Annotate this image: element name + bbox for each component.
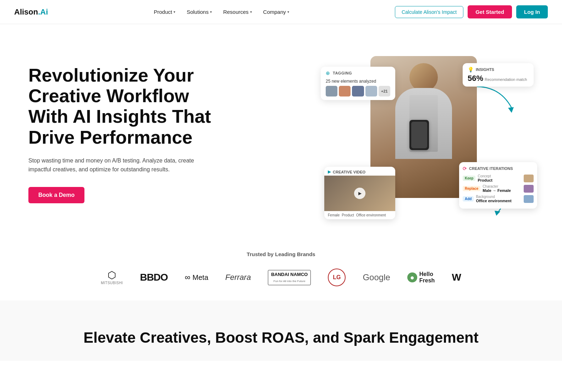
video-tag-product: Product (342, 213, 354, 217)
replace-thumb (524, 185, 534, 193)
book-demo-button[interactable]: Book a Demo (28, 187, 84, 203)
video-icon: ▶ (328, 170, 331, 174)
logo-dot: .Ai (38, 7, 48, 17)
hero-subtitle: Stop wasting time and money on A/B testi… (28, 156, 199, 174)
nav-link-product[interactable]: Product ▾ (154, 9, 175, 15)
brand-w: W (452, 272, 461, 283)
insights-percentage: 56% (468, 74, 483, 83)
thumb-4 (365, 86, 377, 96)
logo-text: Alison (14, 7, 38, 17)
chevron-down-icon: ▾ (250, 10, 252, 14)
replace-value: Male → Female (483, 188, 522, 193)
replace-character-label: Character (483, 184, 522, 188)
video-thumbnail: ▶ (324, 176, 395, 211)
get-started-button[interactable]: Get Started (468, 5, 512, 18)
video-tags: Female Product Office environment (324, 211, 395, 219)
tagging-card: ⊕ TAGGING 25 new elements analyzed +21 (321, 67, 395, 100)
keep-concept-label: Concept (478, 174, 522, 178)
iterations-label: CREATIVE ITERATIONS (469, 166, 513, 171)
brand-google: Google (363, 272, 390, 282)
video-card-label: CREATIVE VIDEO (333, 170, 365, 174)
hero-left: Revolutionize Your Creative Workflow Wit… (28, 65, 213, 203)
brand-lg: LG (328, 269, 346, 286)
creative-video-card: ▶ CREATIVE VIDEO ▶ Female Product Office… (324, 167, 395, 219)
tagging-thumbs: +21 (326, 86, 390, 96)
chevron-down-icon: ▾ (210, 10, 212, 14)
replace-badge: Replace (463, 186, 480, 191)
add-badge: Add (463, 196, 474, 201)
add-value: Office environment (476, 199, 522, 203)
thumb-1 (326, 86, 337, 96)
brands-title: Trusted by Leading Brands (28, 251, 534, 257)
keep-thumb (524, 175, 534, 182)
tagging-count: 25 new elements analyzed (326, 79, 390, 84)
thumb-more: +21 (379, 86, 390, 96)
brand-hellofresh: ● HelloFresh (407, 271, 435, 283)
brand-mitsubishi: ⬡ MITSUBISHI (101, 270, 123, 285)
insights-subtext: Recommendation match (485, 77, 527, 82)
iter-row-keep: Keep Concept Product (463, 174, 534, 182)
nav-actions: Calculate Alison's Impact Get Started Lo… (395, 5, 548, 18)
insights-label: INSIGHTS (476, 67, 494, 72)
nav-link-solutions[interactable]: Solutions ▾ (187, 9, 212, 15)
svg-marker-3 (495, 211, 500, 216)
hero-title: Revolutionize Your Creative Workflow Wit… (28, 65, 213, 148)
nav-link-resources[interactable]: Resources ▾ (223, 9, 252, 15)
creative-iterations-card: ⟳ CREATIVE ITERATIONS Keep Concept Produ… (459, 162, 537, 209)
chevron-down-icon: ▾ (287, 10, 289, 14)
logo[interactable]: Alison.Ai (14, 7, 48, 17)
brands-section: Trusted by Leading Brands ⬡ MITSUBISHI B… (0, 237, 562, 300)
brand-ferrara: Ferrara (225, 273, 251, 282)
tag-icon: ⊕ (326, 70, 330, 76)
thumb-3 (352, 86, 364, 96)
iter-row-add: Add Background Office environment (463, 195, 534, 203)
iterations-icon: ⟳ (463, 166, 467, 171)
brand-meta: ∞ Meta (185, 273, 208, 282)
keep-product-value: Product (478, 178, 522, 182)
calculate-impact-button[interactable]: Calculate Alison's Impact (395, 6, 463, 18)
nav-links: Product ▾ Solutions ▾ Resources ▾ Compan… (154, 9, 289, 15)
svg-marker-1 (508, 107, 514, 113)
keep-badge: Keep (463, 176, 475, 181)
insights-icon: 💡 (468, 67, 474, 72)
video-tag-female: Female (328, 213, 340, 217)
hero-section: Revolutionize Your Creative Workflow Wit… (0, 24, 562, 237)
hero-illustration: ⊕ TAGGING 25 new elements analyzed +21 💡… (314, 45, 534, 223)
play-button-icon: ▶ (354, 188, 365, 199)
video-tag-office: Office environment (356, 213, 386, 217)
bottom-cta-title: Elevate Creatives, Boost ROAS, and Spark… (28, 329, 534, 347)
login-button[interactable]: Log In (516, 5, 548, 18)
iter-row-replace: Replace Character Male → Female (463, 184, 534, 193)
insights-card: 💡 INSIGHTS 56% Recommendation match (463, 63, 534, 87)
tagging-label: TAGGING (333, 71, 352, 75)
phone-element (409, 120, 429, 150)
bottom-cta-section: Elevate Creatives, Boost ROAS, and Spark… (0, 300, 562, 361)
add-background-label: Background (476, 195, 522, 199)
thumb-2 (339, 86, 351, 96)
chevron-down-icon: ▾ (173, 10, 175, 14)
brand-bandai: BANDAI NAMCO Fun for All into the Future (268, 270, 311, 285)
navbar: Alison.Ai Product ▾ Solutions ▾ Resource… (0, 0, 562, 24)
add-thumb (524, 195, 534, 203)
brands-row: ⬡ MITSUBISHI BBDO ∞ Meta Ferrara BANDAI … (28, 269, 534, 286)
nav-link-company[interactable]: Company ▾ (263, 9, 289, 15)
brand-bbdo: BBDO (140, 272, 167, 283)
